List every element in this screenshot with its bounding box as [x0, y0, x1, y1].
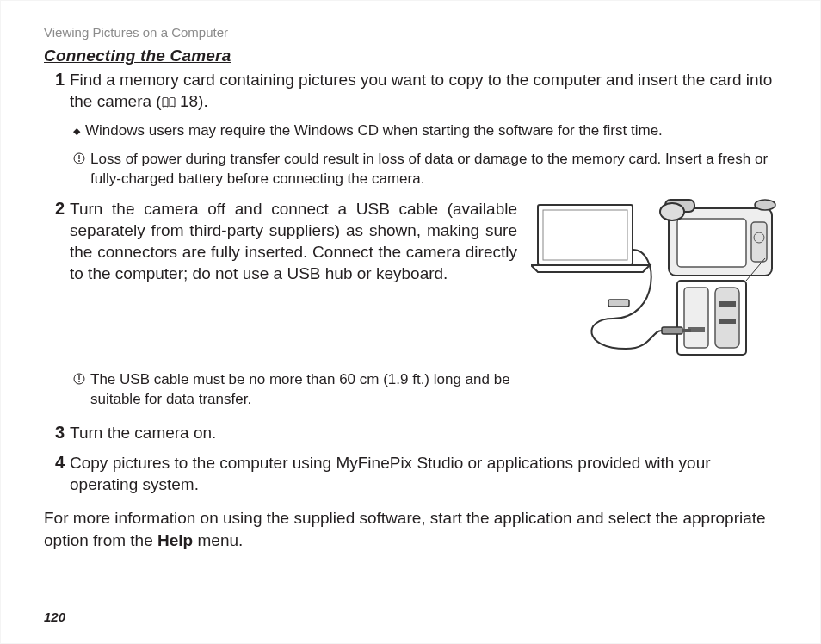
step-body: Find a memory card containing pictures y… [70, 69, 781, 113]
step-4: 4 Copy pictures to the computer using My… [44, 452, 781, 495]
manual-page: Viewing Pictures on a Computer Connectin… [0, 0, 821, 644]
closing-pre: For more information on using the suppli… [44, 509, 766, 549]
note-cable-length: The USB cable must be no more than 60 cm… [73, 370, 555, 410]
svg-rect-18 [719, 301, 736, 307]
step-number: 4 [44, 452, 65, 474]
connection-illustration [531, 198, 781, 362]
svg-rect-7 [677, 219, 746, 267]
svg-rect-13 [608, 300, 629, 307]
step-text: Turn the camera on. [70, 422, 781, 443]
svg-rect-3 [538, 205, 633, 265]
section-title: Connecting the Camera [44, 46, 781, 65]
caution-icon [73, 152, 85, 169]
note-text: The USB cable must be no more than 60 cm… [90, 370, 555, 410]
step-text: Copy pictures to the computer using MyFi… [70, 452, 781, 495]
step-page-ref: 18). [176, 92, 208, 110]
svg-point-2 [78, 160, 80, 162]
closing-bold: Help [157, 531, 193, 549]
svg-rect-19 [719, 319, 736, 324]
svg-point-12 [755, 200, 775, 210]
note-text: Windows users may require the Windows CD… [85, 121, 663, 141]
svg-rect-20 [662, 327, 682, 334]
step-number: 1 [44, 69, 65, 90]
svg-rect-15 [684, 288, 708, 348]
svg-rect-8 [751, 222, 767, 262]
closing-paragraph: For more information on using the suppli… [44, 507, 781, 551]
step-text: Turn the camera off and connect a USB ca… [70, 198, 517, 284]
running-header: Viewing Pictures on a Computer [44, 25, 781, 40]
closing-post: menu. [193, 531, 243, 549]
svg-rect-17 [715, 288, 739, 348]
diamond-icon: ◆ [73, 125, 80, 138]
step-1: 1 Find a memory card containing pictures… [44, 69, 781, 113]
svg-rect-21 [682, 329, 691, 332]
svg-point-25 [78, 381, 80, 382]
svg-rect-4 [543, 210, 627, 260]
step-number: 3 [44, 422, 65, 443]
note-text: Loss of power during transfer could resu… [90, 150, 781, 189]
page-number: 120 [44, 610, 65, 624]
note-windows-cd: ◆ Windows users may require the Windows … [73, 121, 781, 141]
svg-marker-5 [531, 265, 650, 272]
step-number: 2 [44, 198, 65, 220]
caution-icon [73, 372, 85, 389]
step-2: 2 Turn the camera off and connect a USB … [44, 198, 781, 362]
step-3: 3 Turn the camera on. [44, 422, 781, 443]
book-icon [162, 91, 176, 113]
step-body: Turn the camera off and connect a USB ca… [70, 198, 781, 362]
note-power-loss: Loss of power during transfer could resu… [73, 150, 781, 189]
svg-point-11 [660, 203, 684, 220]
